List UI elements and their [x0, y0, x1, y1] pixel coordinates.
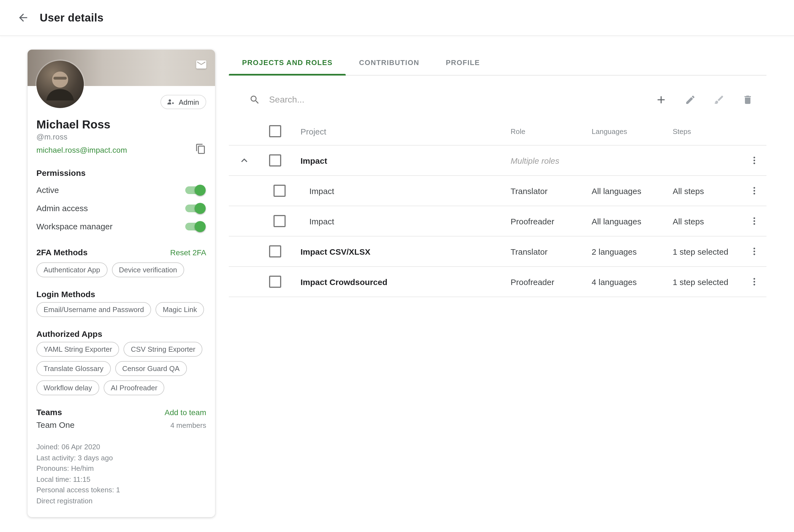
- table-row-impact-translator: Impact Translator All languages All step…: [229, 176, 767, 206]
- main-panel: PROJECTS AND ROLES CONTRIBUTION PROFILE: [229, 35, 767, 297]
- authorized-app-chips: YAML String Exporter CSV String Exporter…: [36, 342, 206, 395]
- languages-value: All languages: [592, 216, 673, 226]
- languages-value: 4 languages: [592, 277, 673, 286]
- mail-icon[interactable]: [195, 58, 207, 72]
- permissions-title: Permissions: [36, 168, 206, 177]
- steps-value: 1 step selected: [673, 277, 742, 286]
- toggle-label: Active: [36, 185, 59, 195]
- role-value: Multiple roles: [511, 156, 592, 165]
- column-header-project: Project: [290, 127, 511, 136]
- search-icon: [249, 94, 260, 105]
- steps-value: All steps: [673, 216, 742, 226]
- admin-access-toggle[interactable]: [185, 204, 204, 212]
- search-input[interactable]: [268, 94, 653, 105]
- chip-censor-guard-qa: Censor Guard QA: [115, 361, 187, 376]
- project-name: Impact Crowdsourced: [290, 277, 511, 286]
- chip-yaml-string-exporter: YAML String Exporter: [36, 342, 119, 357]
- login-method-chips: Email/Username and Password Magic Link: [36, 302, 206, 317]
- twofa-title: 2FA Methods: [36, 248, 88, 257]
- user-email-link[interactable]: michael.ross@impact.com: [36, 145, 127, 154]
- table-header-row: Project Role Languages Steps: [229, 117, 767, 146]
- column-header-steps: Steps: [673, 127, 742, 135]
- add-to-team-link[interactable]: Add to team: [165, 408, 206, 417]
- row-checkbox[interactable]: [273, 215, 285, 227]
- authorized-apps-title: Authorized Apps: [36, 329, 206, 339]
- teams-title: Teams: [36, 407, 62, 417]
- team-name: Team One: [36, 420, 74, 430]
- admin-badge-label: Admin: [178, 98, 199, 106]
- project-name: Impact CSV/XLSX: [290, 247, 511, 256]
- reset-2fa-link[interactable]: Reset 2FA: [170, 248, 206, 257]
- steps-value: All steps: [673, 186, 742, 195]
- chip-workflow-delay: Workflow delay: [36, 380, 99, 395]
- toggle-label: Workspace manager: [36, 222, 113, 231]
- profile-card: Admin Michael Ross @m.ross michael.ross@…: [27, 50, 215, 517]
- tab-profile[interactable]: PROFILE: [433, 50, 493, 75]
- languages-value: 2 languages: [592, 247, 673, 256]
- tab-contribution[interactable]: CONTRIBUTION: [346, 50, 433, 75]
- user-handle: @m.ross: [36, 132, 206, 141]
- table-row-impact-csv-xlsx: Impact CSV/XLSX Translator 2 languages 1…: [229, 236, 767, 267]
- meta-joined: Joined: 06 Apr 2020: [36, 442, 206, 452]
- toggle-row-admin-access: Admin access: [36, 199, 206, 217]
- chip-email-password: Email/Username and Password: [36, 302, 151, 317]
- chip-authenticator-app: Authenticator App: [36, 262, 107, 277]
- role-value: Translator: [511, 247, 592, 256]
- project-name: Impact: [290, 216, 511, 226]
- column-header-languages: Languages: [592, 127, 673, 135]
- app-header: User details: [0, 0, 794, 36]
- table-row-impact-proofreader: Impact Proofreader All languages All ste…: [229, 206, 767, 236]
- toggle-row-workspace-manager: Workspace manager: [36, 217, 206, 235]
- column-header-role: Role: [511, 127, 592, 135]
- team-members-count: 4 members: [170, 421, 206, 430]
- active-toggle[interactable]: [185, 186, 204, 194]
- collapse-chevron-up-icon[interactable]: [238, 154, 250, 167]
- row-menu-kebab-icon[interactable]: [748, 185, 760, 197]
- chip-device-verification: Device verification: [112, 262, 184, 277]
- row-checkbox[interactable]: [273, 185, 285, 197]
- row-menu-kebab-icon[interactable]: [748, 245, 760, 258]
- role-value: Proofreader: [511, 216, 592, 226]
- meta-pronouns: Pronouns: He/him: [36, 463, 206, 474]
- row-checkbox[interactable]: [269, 154, 281, 167]
- user-meta: Joined: 06 Apr 2020 Last activity: 3 day…: [36, 442, 206, 506]
- row-menu-kebab-icon[interactable]: [748, 215, 760, 227]
- role-value: Proofreader: [511, 277, 592, 286]
- login-methods-title: Login Methods: [36, 289, 206, 299]
- languages-value: All languages: [592, 186, 673, 195]
- row-checkbox[interactable]: [269, 245, 281, 258]
- row-menu-kebab-icon[interactable]: [748, 276, 760, 288]
- steps-value: 1 step selected: [673, 247, 742, 256]
- workspace-manager-toggle[interactable]: [185, 223, 204, 230]
- meta-registration: Direct registration: [36, 495, 206, 506]
- team-row: Team One 4 members: [36, 420, 206, 430]
- user-details-page: User details Admin Michael Ross @m.ross: [0, 0, 794, 532]
- search-box: [229, 94, 653, 105]
- page-title: User details: [40, 11, 104, 24]
- project-name: Impact: [290, 156, 511, 165]
- select-all-checkbox[interactable]: [269, 125, 281, 137]
- arrow-left-icon: [17, 12, 29, 24]
- toggle-label: Admin access: [36, 204, 88, 213]
- copy-email-icon[interactable]: [195, 143, 206, 156]
- add-icon[interactable]: [653, 92, 669, 108]
- brush-icon[interactable]: [711, 92, 727, 108]
- profile-card-body: Admin Michael Ross @m.ross michael.ross@…: [27, 86, 215, 517]
- chip-csv-string-exporter: CSV String Exporter: [124, 342, 203, 357]
- toggle-row-active: Active: [36, 181, 206, 199]
- role-value: Translator: [511, 186, 592, 195]
- back-button[interactable]: [13, 8, 33, 27]
- table-toolbar: [229, 82, 767, 117]
- tab-projects-and-roles[interactable]: PROJECTS AND ROLES: [229, 50, 346, 75]
- admin-badge: Admin: [160, 95, 206, 109]
- meta-local-time: Local time: 11:15: [36, 474, 206, 484]
- chip-ai-proofreader: AI Proofreader: [104, 380, 165, 395]
- user-name: Michael Ross: [36, 118, 206, 131]
- tab-bar: PROJECTS AND ROLES CONTRIBUTION PROFILE: [229, 50, 767, 76]
- avatar: [36, 61, 84, 108]
- meta-access-tokens: Personal access tokens: 1: [36, 484, 206, 495]
- row-checkbox[interactable]: [269, 276, 281, 288]
- trash-icon[interactable]: [740, 92, 755, 108]
- edit-pencil-icon[interactable]: [683, 92, 698, 108]
- row-menu-kebab-icon[interactable]: [748, 154, 760, 167]
